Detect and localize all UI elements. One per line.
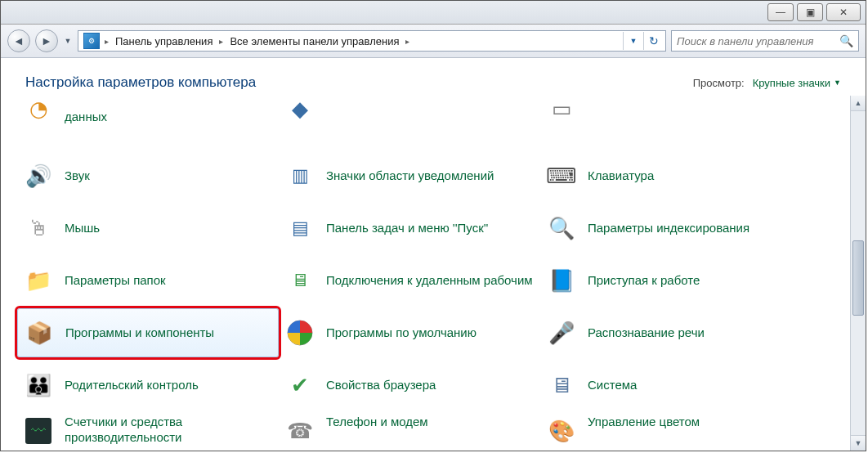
cp-item-sound[interactable]: 🔊 Звук [17,151,279,200]
cp-item-label: Параметры индексирования [588,221,749,236]
breadcrumb-sep: ▸ [103,37,110,46]
search-input[interactable] [675,34,838,48]
cp-item-system[interactable]: 🖥 Система [540,361,802,410]
keyboard-icon: ⌨ [547,161,576,191]
cp-item-label: Счетчики и средства производительности [65,415,274,446]
address-dropdown-button[interactable]: ▼ [623,32,643,50]
notification-icon: ▥ [285,161,315,191]
indexing-icon: 🔍 [547,213,576,243]
generic-icon: ◆ [285,99,315,123]
performance-icon: 〰 [25,418,51,444]
cp-item-mouse[interactable]: 🖱 Мышь [17,204,279,253]
cp-item-programs-and-features[interactable]: 📦 Программы и компоненты [17,308,279,357]
control-panel-icon: ⚙ [83,33,100,49]
cp-item-label: Телефон и модем [326,415,428,430]
cp-item-getting-started[interactable]: 📘 Приступая к работе [540,256,802,305]
getting-started-icon: 📘 [547,266,576,295]
scroll-down-button[interactable]: ▼ [851,435,866,451]
cp-item-performance[interactable]: 〰 Счетчики и средства производительности [17,413,279,451]
mouse-icon: 🖱 [24,213,53,243]
cp-item-label: Звук [65,168,90,184]
cp-item-parental[interactable]: 👪 Родительский контроль [17,361,279,410]
cp-item-keyboard[interactable]: ⌨ Клавиатура [540,151,802,200]
cp-item-default-programs[interactable]: Программы по умолчанию [279,308,540,357]
cp-item-folder-options[interactable]: 📁 Параметры папок [17,256,279,305]
chevron-up-icon: ▲ [855,99,862,107]
color-icon: 🎨 [547,416,576,446]
cp-item-label: Родительский контроль [65,378,199,393]
maximize-button[interactable]: ▣ [797,3,823,21]
breadcrumb-control-panel[interactable]: Панель управления [110,31,217,51]
cp-item-taskbar[interactable]: ▤ Панель задач и меню ''Пуск'' [279,204,540,253]
cp-item-label: Свойства браузера [326,378,436,393]
minimize-button[interactable]: — [767,3,794,21]
control-panel-window: — ▣ ✕ ◄ ► ▼ ⚙ ▸ Панель управления ▸ Все … [0,0,866,451]
nav-history-dropdown[interactable]: ▼ [63,30,73,52]
chevron-down-icon: ▼ [855,439,862,447]
phone-icon: ☎ [285,416,315,446]
cp-item-data[interactable]: ◔ данных [17,99,279,127]
back-button[interactable]: ◄ [7,29,30,52]
chevron-down-icon: ▼ [630,37,638,45]
content-scroll: ◔ данных ◆ ▭ 🔊 Звук ▥ Значки области уве… [1,96,866,451]
programs-icon: 📦 [25,318,54,348]
cp-item-generic[interactable]: ▭ [540,99,802,127]
close-button[interactable]: ✕ [826,3,861,21]
items-grid: ◔ данных ◆ ▭ 🔊 Звук ▥ Значки области уве… [1,96,850,451]
cp-item-generic[interactable]: ◆ [279,99,540,127]
scroll-thumb[interactable] [852,240,864,316]
view-value: Крупные значки [753,77,830,89]
breadcrumb-all-items[interactable]: Все элементы панели управления [225,31,404,51]
cp-item-label: Система [588,378,637,393]
arrow-right-icon: ► [41,34,52,47]
sound-icon: 🔊 [24,161,53,191]
view-controls: Просмотр: Крупные значки ▼ [693,77,841,89]
titlebar: — ▣ ✕ [1,1,866,25]
cp-item-label: Значки области уведомлений [326,168,494,184]
chevron-down-icon: ▼ [65,37,72,45]
refresh-button[interactable]: ↻ [643,32,664,50]
cp-item-label: Распознавание речи [588,325,705,341]
navigation-bar: ◄ ► ▼ ⚙ ▸ Панель управления ▸ Все элемен… [1,25,866,58]
cp-item-label: данных [65,110,107,125]
cp-item-label: Параметры папок [65,273,166,289]
page-title: Настройка параметров компьютера [25,74,256,91]
scroll-track[interactable] [851,111,866,435]
vertical-scrollbar[interactable]: ▲ ▼ [850,96,866,451]
cp-item-label: Панель задач и меню ''Пуск'' [326,221,489,236]
cp-item-label: Приступая к работе [588,273,700,289]
arrow-left-icon: ◄ [13,34,25,47]
cp-item-speech[interactable]: 🎤 Распознавание речи [540,308,802,357]
search-box[interactable]: 🔍 [671,30,859,52]
cp-item-phone[interactable]: ☎ Телефон и модем [279,413,540,451]
chevron-down-icon: ▼ [834,78,841,87]
cp-item-indexing[interactable]: 🔍 Параметры индексирования [540,204,802,253]
cp-item-notification[interactable]: ▥ Значки области уведомлений [279,151,540,200]
cp-item-label: Подключения к удаленным рабочим [326,273,533,289]
cp-item-color[interactable]: 🎨 Управление цветом [540,413,802,451]
cp-item-label: Мышь [65,221,100,236]
cp-item-browser[interactable]: ✔ Свойства браузера [279,361,540,410]
scroll-up-button[interactable]: ▲ [851,96,866,111]
view-label: Просмотр: [693,77,745,89]
breadcrumb-sep: ▸ [404,37,411,46]
cp-item-label: Управление цветом [588,415,700,430]
generic-icon: ▭ [547,99,576,123]
cp-item-label: Программы по умолчанию [326,325,477,341]
breadcrumb-sep: ▸ [217,37,225,46]
cp-item-label: Программы и компоненты [65,325,214,341]
cp-item-remote[interactable]: 🖥 Подключения к удаленным рабочим [279,256,540,305]
browser-icon: ✔ [285,370,315,400]
refresh-icon: ↻ [649,34,659,47]
view-dropdown[interactable]: Крупные значки ▼ [753,77,841,89]
forward-button[interactable]: ► [35,29,58,52]
speech-icon: 🎤 [547,318,576,348]
defaults-icon [285,318,315,348]
search-icon: 🔍 [838,34,855,47]
cp-item-label: Клавиатура [588,168,654,184]
address-bar[interactable]: ⚙ ▸ Панель управления ▸ Все элементы пан… [78,30,666,52]
system-icon: 🖥 [547,370,576,400]
folder-options-icon: 📁 [24,266,53,295]
data-icon: ◔ [24,99,53,123]
remote-icon: 🖥 [285,266,315,295]
